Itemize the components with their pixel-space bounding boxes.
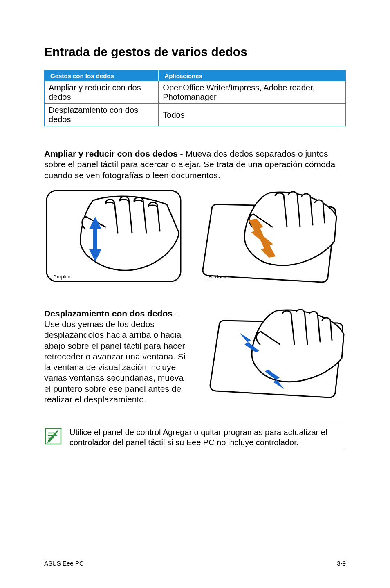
note-icon [44,427,62,447]
table-cell: Desplazamiento con dos dedos [45,104,159,126]
footer-right: 3-9 [337,560,346,567]
figure-zoom-in: Ampliar [44,188,183,280]
figure-scroll [207,308,346,400]
figure-zoom-out: Reducir [199,188,338,280]
zoom-description: Ampliar y reducir con dos dedos - Mueva … [44,148,346,181]
footer-left: ASUS Eee PC [44,560,84,567]
gestures-table: Gestos con los dedos Aplicaciones Amplia… [44,70,346,126]
figure-caption-zoom-in: Ampliar [53,274,183,280]
scroll-bold: Desplazamiento con dos dedos [44,309,173,318]
note-text: Utilice el panel de control Agregar o qu… [69,427,346,448]
table-header: Aplicaciones [159,71,346,81]
table-cell: Todos [159,104,346,126]
page-title: Entrada de gestos de varios dedos [44,45,346,59]
table-cell: OpenOffice Writer/Impress, Adobe reader,… [159,81,346,104]
note-box: Utilice el panel de control Agregar o qu… [69,424,346,451]
zoom-bold: Ampliar y reducir con dos dedos - [44,149,185,158]
figure-caption-zoom-out: Reducir [208,274,338,280]
scroll-description: Desplazamiento con dos dedos - Use dos y… [44,308,192,405]
scroll-text: - Use dos yemas de los dedos desplazándo… [44,309,186,404]
table-cell: Ampliar y reducir con dos dedos [45,81,159,104]
table-header: Gestos con los dedos [45,71,159,81]
